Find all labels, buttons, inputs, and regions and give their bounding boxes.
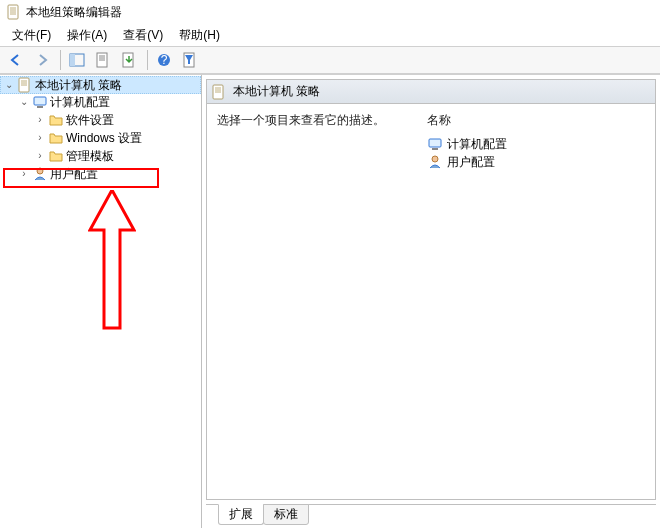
svg-rect-26: [429, 139, 441, 147]
tree-software-settings-label: 软件设置: [66, 112, 114, 129]
tree: ⌄ 本地计算机 策略 ⌄: [0, 75, 201, 185]
policy-icon: [17, 77, 33, 93]
detail-body: 选择一个项目来查看它的描述。 名称 计算机配置: [207, 104, 655, 179]
tree-windows-settings-label: Windows 设置: [66, 130, 142, 147]
toolbar-sep-2: [147, 50, 148, 70]
expand-icon[interactable]: ›: [32, 115, 48, 125]
annotation-arrow-icon: [88, 190, 136, 330]
svg-point-28: [432, 156, 438, 162]
expand-icon[interactable]: ›: [32, 133, 48, 143]
list-item-computer-cfg[interactable]: 计算机配置: [427, 135, 645, 153]
computer-icon: [427, 136, 443, 152]
menu-action[interactable]: 操作(A): [59, 25, 115, 46]
svg-rect-6: [70, 54, 75, 66]
tab-standard[interactable]: 标准: [263, 504, 309, 525]
toolbar-sep-1: [60, 50, 61, 70]
tree-pane: ⌄ 本地计算机 策略 ⌄: [0, 75, 202, 528]
export-list-button[interactable]: [117, 48, 141, 72]
body: ⌄ 本地计算机 策略 ⌄: [0, 74, 660, 528]
list-item-user-cfg[interactable]: 用户配置: [427, 153, 645, 171]
tree-computer-cfg-label: 计算机配置: [50, 94, 110, 111]
tree-computer-cfg-row[interactable]: ⌄ 计算机配置: [16, 93, 201, 111]
expand-icon[interactable]: ⌄: [16, 97, 32, 107]
right-pane: 本地计算机 策略 选择一个项目来查看它的描述。 名称 计算机配置: [202, 75, 660, 528]
folder-icon: [48, 112, 64, 128]
tree-admin-templates-row[interactable]: › 管理模板: [32, 147, 201, 165]
back-button[interactable]: [4, 48, 28, 72]
menubar: 文件(F) 操作(A) 查看(V) 帮助(H): [0, 24, 660, 46]
column-header-name[interactable]: 名称: [427, 112, 645, 129]
filter-button[interactable]: [178, 48, 202, 72]
menu-help[interactable]: 帮助(H): [171, 25, 228, 46]
titlebar: 本地组策略编辑器: [0, 0, 660, 24]
detail-header-title: 本地计算机 策略: [233, 83, 320, 100]
tree-windows-settings-row[interactable]: › Windows 设置: [32, 129, 201, 147]
tree-root-row[interactable]: ⌄ 本地计算机 策略: [0, 76, 201, 94]
folder-icon: [48, 148, 64, 164]
tree-root-label: 本地计算机 策略: [35, 77, 122, 94]
expand-icon[interactable]: ›: [32, 151, 48, 161]
help-button[interactable]: ?: [152, 48, 176, 72]
list-item-label: 用户配置: [447, 154, 495, 171]
tree-user-cfg-label: 用户配置: [50, 166, 98, 183]
svg-rect-20: [37, 106, 43, 108]
tree-computer-cfg: ⌄ 计算机配置 ›: [16, 93, 201, 165]
tree-admin-templates-label: 管理模板: [66, 148, 114, 165]
user-icon: [427, 154, 443, 170]
folder-icon: [48, 130, 64, 146]
forward-button[interactable]: [30, 48, 54, 72]
detail-hint: 选择一个项目来查看它的描述。: [217, 112, 427, 129]
window-title: 本地组策略编辑器: [26, 4, 122, 21]
detail-list: 名称 计算机配置 用户配置: [427, 112, 645, 171]
svg-text:?: ?: [161, 53, 168, 67]
list-item-label: 计算机配置: [447, 136, 507, 153]
policy-icon: [211, 84, 227, 100]
detail-panel: 本地计算机 策略 选择一个项目来查看它的描述。 名称 计算机配置: [206, 79, 656, 500]
user-icon: [32, 166, 48, 182]
tree-user-cfg: › 用户配置: [16, 165, 201, 183]
tree-software-settings-row[interactable]: › 软件设置: [32, 111, 201, 129]
app-icon: [6, 4, 22, 20]
expand-icon[interactable]: ⌄: [1, 80, 17, 90]
expand-icon[interactable]: ›: [16, 169, 32, 179]
computer-icon: [32, 94, 48, 110]
tree-user-cfg-row[interactable]: › 用户配置: [16, 165, 201, 183]
detail-header: 本地计算机 策略: [207, 80, 655, 104]
window: 本地组策略编辑器 文件(F) 操作(A) 查看(V) 帮助(H) ?: [0, 0, 660, 528]
svg-rect-19: [34, 97, 46, 105]
tab-extended[interactable]: 扩展: [218, 504, 264, 525]
svg-rect-27: [432, 148, 438, 150]
show-hide-tree-button[interactable]: [65, 48, 89, 72]
menu-view[interactable]: 查看(V): [115, 25, 171, 46]
tree-root: ⌄ 本地计算机 策略 ⌄: [0, 76, 201, 183]
menu-file[interactable]: 文件(F): [4, 25, 59, 46]
svg-point-21: [37, 168, 43, 174]
tabstrip: 扩展 标准: [206, 504, 656, 526]
toolbar: ?: [0, 46, 660, 74]
properties-button[interactable]: [91, 48, 115, 72]
